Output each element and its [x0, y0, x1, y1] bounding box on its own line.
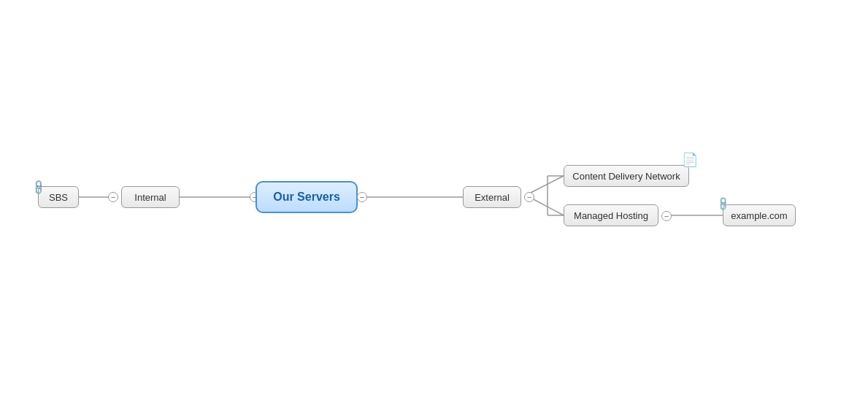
node-sbs[interactable]: SBS: [38, 186, 79, 208]
node-external[interactable]: External: [463, 186, 521, 208]
collapse-btn-internal-left[interactable]: −: [108, 192, 118, 202]
node-root[interactable]: Our Servers: [256, 181, 358, 213]
svg-line-4: [529, 197, 564, 215]
node-cdn[interactable]: Content Delivery Network: [564, 165, 689, 187]
collapse-btn-root-right[interactable]: −: [357, 192, 367, 202]
node-example[interactable]: example.com: [723, 204, 796, 226]
svg-line-3: [529, 176, 564, 193]
collapse-btn-managed[interactable]: −: [661, 211, 672, 221]
node-internal[interactable]: Internal: [121, 186, 180, 208]
collapse-btn-external[interactable]: −: [524, 192, 534, 202]
diagram-canvas: SBS 🔗 Internal − − Our Servers − Externa…: [0, 0, 868, 400]
node-managed[interactable]: Managed Hosting: [564, 204, 658, 226]
cdn-doc-icon: 📄: [682, 152, 698, 168]
